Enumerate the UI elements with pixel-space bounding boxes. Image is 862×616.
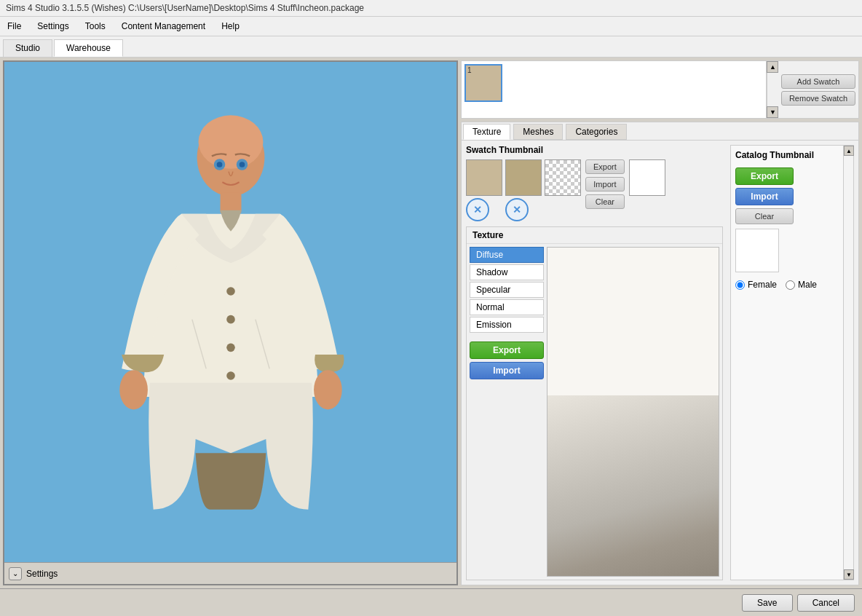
thumb-checker[interactable] xyxy=(545,159,581,196)
texture-preview-upper xyxy=(547,248,719,395)
add-swatch-button[interactable]: Add Swatch xyxy=(781,74,855,89)
texture-type-normal[interactable]: Normal xyxy=(470,299,544,315)
thumbnail-grid: ✕ ✕ xyxy=(466,159,581,221)
svg-point-12 xyxy=(239,162,245,167)
svg-point-7 xyxy=(226,343,235,352)
remove-swatch-button[interactable]: Remove Swatch xyxy=(781,91,855,106)
menu-file[interactable]: File xyxy=(0,20,28,33)
swatch-export-button[interactable]: Export xyxy=(585,159,625,174)
swatch-import-button[interactable]: Import xyxy=(585,177,625,191)
title-bar: Sims 4 Studio 3.1.5.5 (Wishes) C:\Users\… xyxy=(0,0,862,17)
svg-point-6 xyxy=(226,315,235,323)
catalog-clear-button[interactable]: Clear xyxy=(735,208,794,224)
texture-export-button[interactable]: Export xyxy=(470,341,544,359)
swatch-scroll-up[interactable]: ▲ xyxy=(767,61,778,73)
texture-section: Texture Diffuse Shadow Specular Normal E… xyxy=(466,226,723,580)
app-title: Sims 4 Studio 3.1.5.5 (Wishes) C:\Users\… xyxy=(6,3,364,13)
texture-preview-container xyxy=(547,247,719,577)
tabs-area: Studio Warehouse xyxy=(0,36,862,58)
gender-male-radio[interactable] xyxy=(786,280,795,290)
main-content: ⌄ Settings 1 ▲ ▼ Add Swatch Remove Swatc… xyxy=(0,58,862,588)
swatch-scroll-down[interactable]: ▼ xyxy=(767,106,778,118)
sub-tab-meshes[interactable]: Meshes xyxy=(513,124,563,140)
catalog-vertical-scroll: ▲ ▼ xyxy=(843,146,853,580)
swatch-item-1[interactable]: 1 xyxy=(464,64,502,102)
settings-bar: ⌄ Settings xyxy=(4,562,456,584)
texture-preview-lower xyxy=(547,395,719,576)
swatch-scrollbar: ▲ ▼ xyxy=(767,61,778,118)
swatch-thumbnail-section: Swatch Thumbnail ✕ ✕ xyxy=(466,145,723,221)
texture-import-button[interactable]: Import xyxy=(470,362,544,379)
texture-action-buttons: Export Import xyxy=(470,341,544,379)
texture-section-title: Texture xyxy=(467,227,722,244)
sub-tabs: Texture Meshes Categories xyxy=(462,122,858,141)
coat-texture-visual xyxy=(547,395,719,576)
swatch-list[interactable]: 1 xyxy=(462,61,767,118)
save-button[interactable]: Save xyxy=(742,594,793,612)
svg-point-1 xyxy=(198,115,263,168)
character-svg xyxy=(78,101,384,524)
character-area xyxy=(4,62,456,562)
tab-warehouse[interactable]: Warehouse xyxy=(54,39,123,57)
svg-point-3 xyxy=(119,370,148,409)
texture-type-diffuse[interactable]: Diffuse xyxy=(470,247,544,263)
menu-bar: File Settings Tools Content Management H… xyxy=(0,17,862,36)
svg-point-11 xyxy=(216,162,222,167)
remove-thumb-1[interactable]: ✕ xyxy=(466,198,489,221)
catalog-thumbnail-title: Catalog Thumbnail xyxy=(735,150,814,160)
catalog-export-button[interactable]: Export xyxy=(735,167,794,185)
thumb-diffuse[interactable] xyxy=(466,159,502,196)
catalog-scroll-track xyxy=(844,156,853,569)
gender-selection: Female Male xyxy=(735,280,849,290)
texture-types-list: Diffuse Shadow Specular Normal Emission … xyxy=(467,244,547,580)
svg-point-4 xyxy=(314,370,342,409)
swatch-scroll-track xyxy=(767,73,778,106)
texture-type-shadow[interactable]: Shadow xyxy=(470,264,544,280)
swatch-clear-button[interactable]: Clear xyxy=(585,194,625,209)
thumb-empty[interactable] xyxy=(629,159,665,196)
tab-studio[interactable]: Studio xyxy=(3,39,52,57)
footer: Save Cancel xyxy=(0,588,862,616)
menu-settings[interactable]: Settings xyxy=(30,20,76,33)
menu-tools[interactable]: Tools xyxy=(78,20,113,33)
remove-thumb-2[interactable]: ✕ xyxy=(505,198,529,221)
settings-chevron[interactable]: ⌄ xyxy=(9,567,22,580)
left-panel: ⌄ Settings xyxy=(3,60,458,585)
svg-point-5 xyxy=(226,287,235,296)
gender-female-radio[interactable] xyxy=(735,280,745,290)
viewport xyxy=(4,62,456,562)
cancel-button[interactable]: Cancel xyxy=(797,594,855,612)
sub-tab-texture[interactable]: Texture xyxy=(463,124,510,140)
texture-tab-content: Swatch Thumbnail ✕ ✕ xyxy=(462,141,858,585)
gender-male-label: Male xyxy=(798,280,817,290)
swatch-action-buttons: Add Swatch Remove Swatch xyxy=(778,61,858,118)
texture-type-emission[interactable]: Emission xyxy=(470,317,544,333)
sub-tab-categories[interactable]: Categories xyxy=(566,124,627,140)
gender-female-label: Female xyxy=(748,280,777,290)
swatch-strip: 1 ▲ ▼ Add Swatch Remove Swatch xyxy=(461,60,859,119)
svg-point-8 xyxy=(226,371,235,380)
catalog-scroll-up[interactable]: ▲ xyxy=(844,146,854,156)
catalog-thumbnail-section: Catalog Thumbnail Export Import Clear xyxy=(730,145,854,580)
catalog-scroll-down[interactable]: ▼ xyxy=(844,569,854,580)
tabs-content: Texture Meshes Categories Swatch Thumbna… xyxy=(461,122,859,585)
thumb-dark[interactable] xyxy=(505,159,542,196)
catalog-import-button[interactable]: Import xyxy=(735,188,794,205)
settings-label: Settings xyxy=(26,569,58,579)
menu-content-management[interactable]: Content Management xyxy=(114,20,213,33)
texture-type-specular[interactable]: Specular xyxy=(470,282,544,298)
menu-help[interactable]: Help xyxy=(214,20,247,33)
swatch-thumbnail-title: Swatch Thumbnail xyxy=(466,145,723,155)
right-panel: 1 ▲ ▼ Add Swatch Remove Swatch Texture M… xyxy=(461,60,859,585)
catalog-preview-box xyxy=(735,229,779,272)
swatch-number: 1 xyxy=(467,66,472,74)
